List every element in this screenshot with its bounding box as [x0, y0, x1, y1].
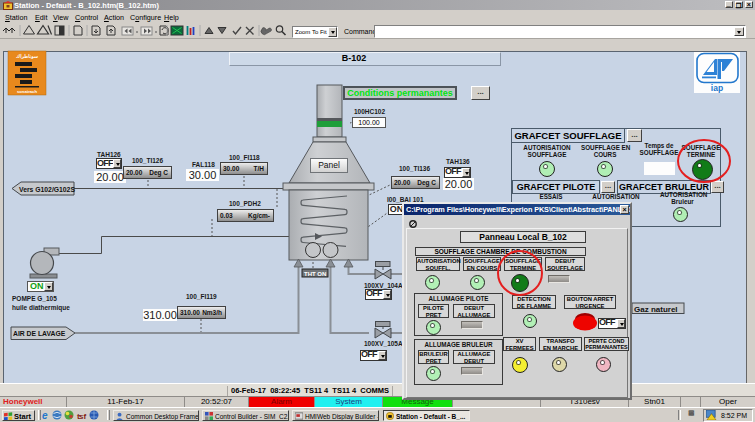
svg-text:ʦf: ʦf [77, 412, 87, 421]
svg-text:THT ON: THT ON [304, 271, 326, 277]
svg-text:sonatrach: sonatrach [17, 89, 37, 94]
svg-text:iap: iap [711, 83, 723, 93]
svg-text:سوناطراك: سوناطراك [16, 53, 38, 59]
svg-text:Gaz naturel: Gaz naturel [634, 305, 678, 314]
svg-text:Vers G102/G102S: Vers G102/G102S [19, 186, 75, 193]
svg-text:e: e [42, 410, 48, 420]
svg-text:AIR DE LAVAGE: AIR DE LAVAGE [13, 330, 66, 337]
